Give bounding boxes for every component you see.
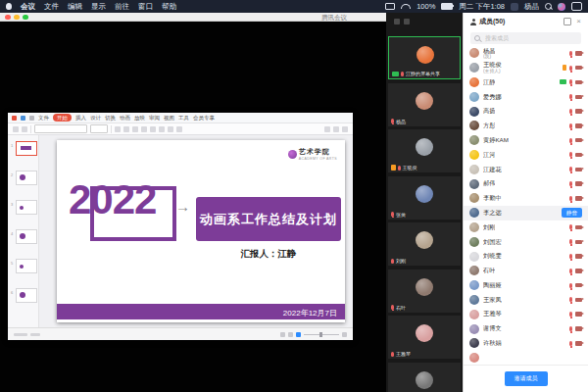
strip-layout-icon[interactable] — [394, 19, 400, 24]
ribbon-tab-6[interactable]: 放映 — [134, 115, 145, 122]
search-icon[interactable] — [545, 3, 552, 10]
member-row-5[interactable]: 方彤 — [464, 119, 588, 133]
font-name-box[interactable] — [34, 124, 87, 133]
member-search[interactable] — [470, 32, 581, 44]
menubar-user[interactable]: 杨晶 — [524, 2, 539, 12]
menubar-item-1[interactable]: 文件 — [44, 2, 59, 12]
video-tile-7[interactable] — [388, 363, 461, 392]
control-center-icon[interactable] — [571, 2, 582, 11]
fit-slide-icon[interactable] — [342, 332, 347, 337]
slide-thumbnail-6[interactable]: 6 — [16, 288, 37, 303]
menubar-item-0[interactable]: 会议 — [21, 2, 35, 12]
member-row-3[interactable]: 爱秀娜 — [464, 89, 588, 104]
ribbon-tab-4[interactable]: 切换 — [105, 115, 116, 122]
member-row-18[interactable]: 王雅琴 — [464, 307, 588, 321]
close-window-button[interactable] — [5, 15, 11, 21]
slide-thumbnail-3[interactable]: 3 — [16, 200, 37, 215]
align-center-icon[interactable] — [159, 126, 165, 132]
slide-thumbnail-4[interactable]: 4 — [16, 229, 37, 244]
slide-thumbnail-2[interactable]: 2 — [16, 171, 37, 185]
member-row-13[interactable]: 刘国宏 — [464, 234, 588, 249]
ribbon-tab-0[interactable]: 文件 — [38, 115, 49, 122]
video-tile-2[interactable]: 王晓俊 — [388, 129, 461, 172]
video-tile-5[interactable]: 石叶 — [388, 270, 461, 313]
input-method-icon[interactable] — [511, 3, 518, 11]
close-panel-icon[interactable]: × — [576, 19, 581, 24]
wps-app-icon[interactable] — [12, 116, 17, 121]
mute-button[interactable]: 静音 — [562, 208, 582, 218]
underline-icon[interactable] — [132, 126, 138, 132]
popout-panel-icon[interactable] — [564, 18, 571, 25]
siri-icon[interactable] — [558, 3, 565, 11]
member-row-17[interactable]: 王家凤 — [464, 293, 588, 308]
apple-logo-icon[interactable] — [6, 3, 12, 10]
menubar-item-4[interactable]: 前往 — [115, 2, 129, 12]
member-row-19[interactable]: 谢博文 — [464, 321, 588, 336]
undo-icon[interactable] — [29, 116, 34, 121]
menubar-item-2[interactable]: 编辑 — [68, 2, 82, 12]
ribbon-tab-5[interactable]: 动画 — [120, 115, 130, 122]
zoom-window-button[interactable] — [23, 15, 28, 21]
ppt-ribbon-tabs: 文件开始插入设计切换动画放映审阅视图工具会员专享 — [8, 113, 353, 123]
font-size-box[interactable] — [90, 124, 108, 133]
bold-icon[interactable] — [115, 126, 121, 132]
format-painter-icon[interactable] — [22, 126, 27, 132]
menubar-item-3[interactable]: 显示 — [91, 2, 106, 12]
member-row-20[interactable]: 许秋娟 — [464, 336, 588, 351]
play-slideshow-icon[interactable] — [296, 332, 301, 337]
video-tile-4[interactable]: 刘刚 — [388, 222, 461, 266]
slide-thumbnail-1[interactable]: 1 — [16, 141, 37, 156]
display-icon[interactable] — [385, 3, 395, 10]
member-search-input[interactable] — [483, 34, 577, 42]
member-row-9[interactable]: 郝伟 — [464, 176, 588, 191]
ribbon-tab-1[interactable]: 开始 — [53, 114, 72, 122]
insert-textbox-icon[interactable] — [333, 126, 339, 132]
more-tools-icon[interactable] — [342, 126, 348, 132]
member-row-12[interactable]: 刘刚 — [464, 220, 588, 235]
ribbon-tab-3[interactable]: 设计 — [90, 115, 101, 122]
video-tile-6[interactable]: 王雅琴 — [388, 316, 461, 359]
minimize-window-button[interactable] — [14, 15, 20, 21]
ribbon-tab-10[interactable]: 会员专享 — [193, 115, 215, 122]
menubar-item-6[interactable]: 帮助 — [162, 2, 176, 12]
member-row-16[interactable]: 陶丽娅 — [464, 278, 588, 293]
member-list[interactable]: 杨晶(我)王晓俊(主持人)江静爱秀娜高扬方彤黄婷KAM江河江建花郝伟李勤中李之远… — [464, 46, 588, 366]
member-row-4[interactable]: 高扬 — [464, 104, 588, 119]
slide-thumbnail-panel[interactable]: 123456 — [8, 135, 39, 327]
align-left-icon[interactable] — [150, 126, 156, 132]
line-spacing-icon[interactable] — [176, 126, 182, 132]
member-row-10[interactable]: 李勤中 — [464, 191, 588, 206]
ribbon-tab-9[interactable]: 工具 — [178, 115, 189, 122]
invite-button[interactable]: 邀请成员 — [505, 371, 548, 386]
bullets-icon[interactable] — [168, 126, 173, 132]
strip-collapse-icon[interactable] — [404, 19, 410, 24]
member-row-2[interactable]: 江静 — [464, 75, 588, 90]
member-row-8[interactable]: 江建花 — [464, 162, 588, 176]
menubar-item-5[interactable]: 窗口 — [138, 2, 153, 12]
video-tile-0[interactable]: 江静的屏幕共享 — [388, 36, 461, 79]
wifi-icon[interactable] — [401, 4, 411, 9]
ribbon-tab-8[interactable]: 视图 — [164, 115, 174, 122]
member-row-21[interactable] — [464, 351, 588, 366]
member-row-14[interactable]: 刘晓雯 — [464, 249, 588, 264]
ribbon-tab-7[interactable]: 审阅 — [149, 115, 160, 122]
member-row-15[interactable]: 石叶 — [464, 264, 588, 278]
member-row-11[interactable]: 李之远静音 — [464, 206, 588, 220]
menubar-clock[interactable]: 周二 下午1:08 — [459, 2, 505, 12]
video-tile-1[interactable]: 杨晶 — [388, 83, 461, 126]
zoom-slider[interactable] — [304, 334, 339, 335]
slide-sorter-icon[interactable] — [288, 332, 293, 337]
member-row-1[interactable]: 王晓俊(主持人) — [464, 61, 588, 75]
member-row-0[interactable]: 杨晶(我) — [464, 46, 588, 61]
italic-icon[interactable] — [123, 126, 129, 132]
normal-view-icon[interactable] — [280, 332, 285, 337]
member-row-7[interactable]: 江河 — [464, 148, 588, 163]
video-tile-3[interactable]: 张蕾 — [388, 176, 461, 220]
save-icon[interactable] — [21, 116, 25, 121]
font-color-icon[interactable] — [141, 126, 147, 132]
ribbon-tab-2[interactable]: 插入 — [75, 115, 86, 122]
paste-icon[interactable] — [13, 126, 19, 132]
slide-thumbnail-5[interactable]: 5 — [16, 259, 37, 273]
member-row-6[interactable]: 黄婷KAM — [464, 133, 588, 148]
shapes-icon[interactable] — [324, 126, 330, 132]
